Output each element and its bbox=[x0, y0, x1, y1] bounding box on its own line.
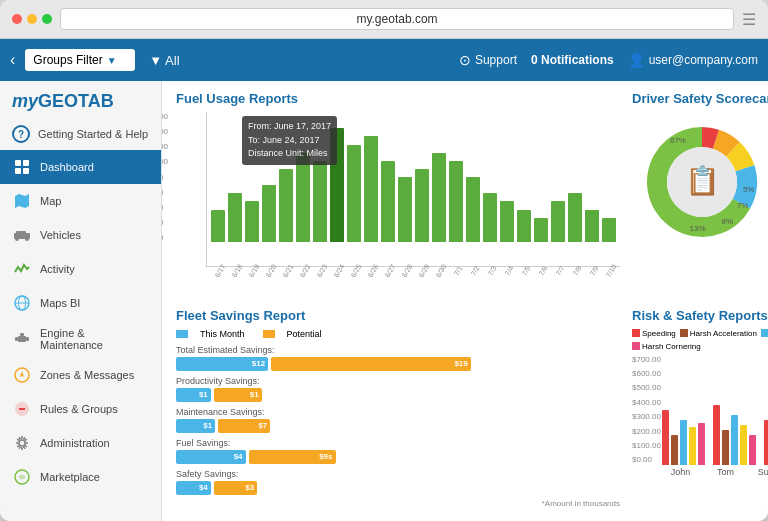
tooltip-line3: Distance Unit: Miles bbox=[248, 147, 331, 161]
risk-legend-box-1 bbox=[680, 329, 688, 337]
zones-icon bbox=[12, 365, 32, 385]
risk-legend-item-4: Harsh Cornering bbox=[632, 342, 701, 351]
sidebar-item-marketplace[interactable]: Marketplace bbox=[0, 460, 161, 494]
rules-icon bbox=[12, 399, 32, 419]
dot-close[interactable] bbox=[12, 14, 22, 24]
fuel-bar-3 bbox=[262, 185, 276, 242]
risk-x-labels: JohnTomSusanAlexFredPeter bbox=[632, 467, 768, 477]
user-icon: 👤 bbox=[628, 52, 645, 68]
sidebar-label-maps-bi: Maps BI bbox=[40, 297, 80, 309]
savings-potential-bar-2: $7 bbox=[218, 419, 270, 433]
svg-rect-2 bbox=[15, 168, 21, 174]
risk-group-1 bbox=[713, 405, 756, 465]
logo-text: myGEOTAB bbox=[12, 91, 114, 111]
sidebar-item-vehicles[interactable]: Vehicles bbox=[0, 218, 161, 252]
risk-bar-0-0 bbox=[662, 410, 669, 465]
fuel-bar-21 bbox=[568, 193, 582, 242]
fuel-bar-17 bbox=[500, 201, 514, 242]
sidebar-label-getting-started: Getting Started & Help bbox=[38, 128, 148, 140]
fuel-bar-16 bbox=[483, 193, 497, 242]
svg-text:67%: 67% bbox=[670, 136, 686, 145]
url-bar[interactable]: my.geotab.com bbox=[60, 8, 734, 30]
fuel-bar-9 bbox=[364, 136, 378, 242]
sidebar-item-engine[interactable]: Engine & Maintenance bbox=[0, 320, 161, 358]
nav-right: ⊙ Support 0 Notifications 👤 user@company… bbox=[459, 52, 758, 68]
all-filter[interactable]: ▼ All bbox=[149, 53, 179, 68]
risk-legend-item-1: Harsh Acceleration bbox=[680, 329, 757, 338]
fuel-bar-11 bbox=[398, 177, 412, 242]
donut-svg: 📋 5%7%8%13%67%📋 bbox=[632, 112, 768, 252]
sidebar-item-dashboard[interactable]: Dashboard bbox=[0, 150, 161, 184]
fuel-bar-15 bbox=[466, 177, 480, 242]
fuel-tooltip: From: June 17, 2017 To: June 24, 2017 Di… bbox=[242, 116, 337, 165]
donut-section: 📋 5%7%8%13%67%📋 0-1: High Risk bbox=[632, 112, 768, 252]
groups-filter[interactable]: Groups Filter ▼ bbox=[25, 49, 135, 71]
sidebar-item-getting-started[interactable]: ? Getting Started & Help bbox=[0, 118, 161, 150]
sidebar-label-marketplace: Marketplace bbox=[40, 471, 100, 483]
fuel-bar-0 bbox=[211, 210, 225, 243]
groups-filter-arrow: ▼ bbox=[107, 55, 117, 66]
dashboard-icon bbox=[12, 157, 32, 177]
risk-x-label-2: Susan bbox=[752, 467, 768, 477]
sidebar-item-map[interactable]: Map bbox=[0, 184, 161, 218]
fuel-chart-wrapper: 16.00 14.00 12.00 10.00 8.00 6.00 4.00 2… bbox=[176, 112, 620, 292]
legend-this-month-label: This Month bbox=[200, 329, 245, 339]
fuel-bar-2 bbox=[245, 201, 259, 242]
svg-rect-6 bbox=[16, 231, 26, 235]
browser-dots bbox=[12, 14, 52, 24]
savings-this-month-bar-3: $4 bbox=[176, 450, 246, 464]
user-item[interactable]: 👤 user@company.com bbox=[628, 52, 758, 68]
fuel-y-labels: 16.00 14.00 12.00 10.00 8.00 6.00 4.00 2… bbox=[162, 112, 168, 242]
administration-icon bbox=[12, 433, 32, 453]
savings-bar-container-1: $1$1 bbox=[176, 388, 620, 402]
tooltip-line1: From: June 17, 2017 bbox=[248, 120, 331, 134]
fuel-bar-1 bbox=[228, 193, 242, 242]
savings-this-month-bar-1: $1 bbox=[176, 388, 211, 402]
savings-potential-bar-1: $1 bbox=[214, 388, 262, 402]
map-icon bbox=[12, 191, 32, 211]
savings-row-2: Maintenance Savings:$1$7 bbox=[176, 407, 620, 433]
fuel-chart-container: From: June 17, 2017 To: June 24, 2017 Di… bbox=[206, 112, 620, 267]
fuel-bar-18 bbox=[517, 210, 531, 243]
sidebar-label-map: Map bbox=[40, 195, 61, 207]
dot-minimize[interactable] bbox=[27, 14, 37, 24]
sidebar-item-rules[interactable]: Rules & Groups bbox=[0, 392, 161, 426]
risk-legend-box-2 bbox=[761, 329, 768, 337]
risk-legend-item-2: After-hours use bbox=[761, 329, 768, 338]
donut-wrapper: 📋 5%7%8%13%67%📋 bbox=[632, 112, 768, 252]
fuel-x-labels: 6/176/186/196/206/216/226/236/246/256/26… bbox=[206, 269, 620, 276]
fuel-bar-20 bbox=[551, 201, 565, 242]
svg-text:📋: 📋 bbox=[689, 169, 717, 196]
svg-marker-4 bbox=[15, 194, 29, 208]
back-button[interactable]: ‹ bbox=[10, 51, 15, 69]
risk-legend-box-4 bbox=[632, 342, 640, 350]
notifications-item[interactable]: 0 Notifications bbox=[531, 53, 614, 67]
risk-bar-1-2 bbox=[731, 415, 738, 465]
fuel-bar-10 bbox=[381, 161, 395, 242]
support-item[interactable]: ⊙ Support bbox=[459, 52, 517, 68]
sidebar-item-maps-bi[interactable]: Maps BI bbox=[0, 286, 161, 320]
legend-this-month-box bbox=[176, 330, 188, 338]
sidebar-item-administration[interactable]: Administration bbox=[0, 426, 161, 460]
savings-label-3: Fuel Savings: bbox=[176, 438, 620, 448]
fuel-bar-22 bbox=[585, 210, 599, 243]
sidebar: myGEOTAB ? Getting Started & Help Dashbo… bbox=[0, 81, 162, 521]
sidebar-item-activity[interactable]: Activity bbox=[0, 252, 161, 286]
risk-group-0 bbox=[662, 410, 705, 465]
hamburger-icon[interactable]: ☰ bbox=[742, 10, 756, 29]
fleet-savings-section: Fleet Savings Report This Month Potentia… bbox=[176, 308, 620, 512]
sidebar-label-rules: Rules & Groups bbox=[40, 403, 118, 415]
savings-potential-bar-3: $9s bbox=[249, 450, 336, 464]
marketplace-icon bbox=[12, 467, 32, 487]
driver-safety-title: Driver Safety Scorecard bbox=[632, 91, 768, 106]
tooltip-line2: To: June 24, 2017 bbox=[248, 134, 331, 148]
savings-row-1: Productivity Savings:$1$1 bbox=[176, 376, 620, 402]
risk-legend-box-0 bbox=[632, 329, 640, 337]
risk-bar-0-1 bbox=[671, 435, 678, 465]
savings-bar-container-2: $1$7 bbox=[176, 419, 620, 433]
dot-maximize[interactable] bbox=[42, 14, 52, 24]
risk-bar-0-4 bbox=[698, 423, 705, 465]
svg-point-7 bbox=[15, 237, 19, 241]
main-content: myGEOTAB ? Getting Started & Help Dashbo… bbox=[0, 81, 768, 521]
sidebar-item-zones[interactable]: Zones & Messages bbox=[0, 358, 161, 392]
